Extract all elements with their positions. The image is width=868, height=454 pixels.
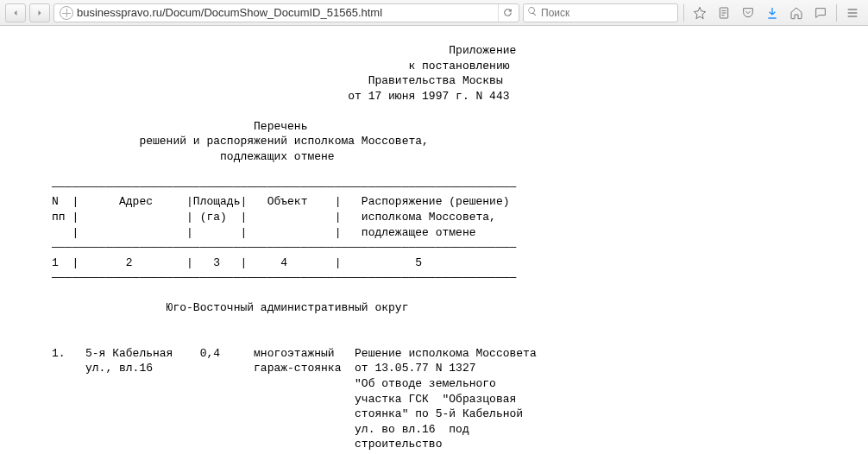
menu-button[interactable] — [842, 3, 863, 22]
reload-button[interactable] — [498, 4, 517, 22]
toolbar-separator — [836, 4, 837, 22]
pocket-button[interactable] — [738, 3, 758, 22]
arrow-left-icon — [10, 8, 21, 18]
arrow-right-icon — [35, 8, 45, 18]
home-button[interactable] — [786, 3, 807, 22]
reader-button[interactable] — [714, 3, 734, 22]
hamburger-icon — [846, 6, 859, 20]
url-text: businesspravo.ru/Docum/DocumShow_DocumID… — [77, 6, 498, 19]
toolbar-separator — [683, 4, 684, 22]
document-content: Приложение к постановлению Правительства… — [0, 26, 868, 454]
downloads-button[interactable] — [762, 3, 783, 22]
bookmark-button[interactable] — [689, 3, 710, 22]
search-icon — [527, 6, 538, 19]
forward-button[interactable] — [29, 3, 50, 22]
chat-icon — [814, 6, 827, 20]
globe-icon — [60, 6, 73, 20]
search-bar[interactable] — [523, 3, 678, 22]
pocket-icon — [741, 6, 755, 20]
content-viewport[interactable]: Приложение к постановлению Правительства… — [0, 26, 868, 454]
back-button[interactable] — [5, 3, 26, 22]
download-icon — [765, 6, 779, 20]
reload-icon — [502, 7, 513, 18]
document-text: Приложение к постановлению Правительства… — [52, 43, 816, 454]
star-icon — [693, 6, 707, 20]
browser-toolbar: businesspravo.ru/Docum/DocumShow_DocumID… — [0, 0, 868, 26]
clipboard-icon — [717, 6, 731, 20]
home-icon — [789, 6, 803, 20]
url-bar[interactable]: businesspravo.ru/Docum/DocumShow_DocumID… — [53, 3, 519, 22]
search-input[interactable] — [541, 7, 674, 19]
chat-button[interactable] — [810, 3, 831, 22]
